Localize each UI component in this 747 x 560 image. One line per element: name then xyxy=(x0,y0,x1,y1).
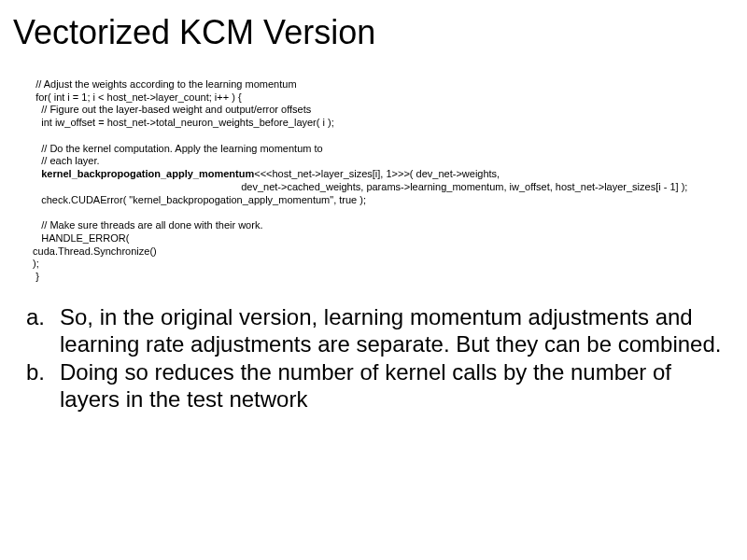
code-line: } xyxy=(30,271,39,282)
code-line: HANDLE_ERROR( xyxy=(30,232,129,244)
note-text: Doing so reduces the number of kernel ca… xyxy=(60,359,734,413)
code-line: // Do the kernel computation. Apply the … xyxy=(30,143,323,154)
code-rest: <<<host_net->layer_sizes[i], 1>>>( dev_n… xyxy=(254,168,500,179)
note-text: So, in the original version, learning mo… xyxy=(60,304,734,358)
note-item-b: b. Doing so reduces the number of kernel… xyxy=(13,359,734,413)
code-line: ); xyxy=(30,258,39,269)
code-line: int iw_offset = host_net->total_neuron_w… xyxy=(30,117,334,128)
code-line: dev_net->cached_weights, params->learnin… xyxy=(30,181,687,192)
notes-list: a. So, in the original version, learning… xyxy=(13,304,734,413)
code-line: // Make sure threads are all done with t… xyxy=(30,219,262,231)
code-bold: kernel_backpropogation_apply_momentum xyxy=(30,168,254,179)
note-item-a: a. So, in the original version, learning… xyxy=(13,304,734,358)
page-title: Vectorized KCM Version xyxy=(13,13,734,52)
code-line: // Adjust the weights according to the l… xyxy=(30,78,297,90)
code-line: for( int i = 1; i < host_net->layer_coun… xyxy=(30,91,242,103)
note-marker: a. xyxy=(13,304,60,358)
code-line: // Figure out the layer-based weight and… xyxy=(30,104,311,115)
code-line: check.CUDAError( "kernel_backpropogation… xyxy=(30,194,366,205)
note-marker: b. xyxy=(13,359,60,413)
code-block: // Adjust the weights according to the l… xyxy=(30,65,734,284)
code-line: kernel_backpropogation_apply_momentum<<<… xyxy=(30,168,500,179)
code-line: // each layer. xyxy=(30,155,100,166)
code-line: cuda.Thread.Synchronize() xyxy=(30,245,157,257)
